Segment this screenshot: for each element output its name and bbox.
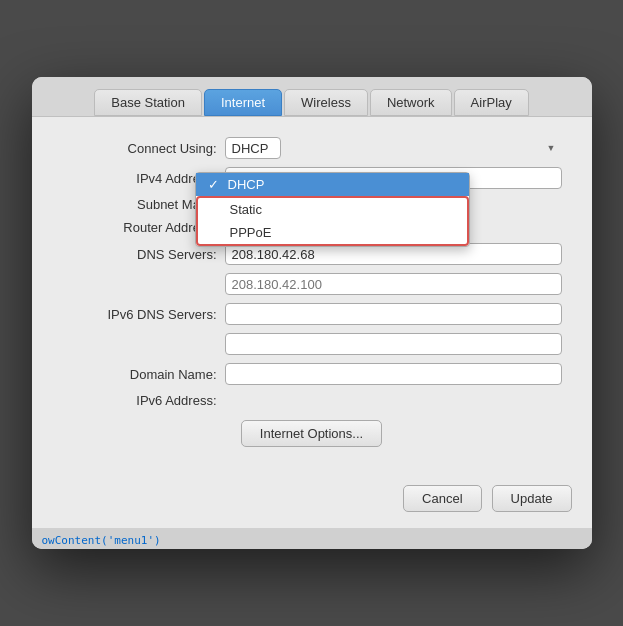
dns-servers-label: DNS Servers: — [62, 247, 217, 262]
bottom-bar: owContent('menu1') — [32, 528, 592, 549]
ipv6-dns-row-2 — [62, 333, 562, 355]
content-area: ✓ DHCP Static PPPoE Connect Using: — [32, 117, 592, 475]
connect-using-label: Connect Using: — [62, 141, 217, 156]
dropdown-item-static[interactable]: Static — [198, 198, 467, 221]
select-wrapper: DHCP Static PPPoE ▼ — [225, 137, 562, 159]
dropdown-pppoe-label: PPPoE — [230, 225, 272, 240]
tab-airplay[interactable]: AirPlay — [454, 89, 529, 116]
internet-options-row: Internet Options... — [62, 420, 562, 447]
dropdown-item-pppoe[interactable]: PPPoE — [198, 221, 467, 244]
dropdown-dhcp-label: DHCP — [228, 177, 265, 192]
dropdown-static-label: Static — [230, 202, 263, 217]
ipv6-dns-input-2[interactable] — [225, 333, 562, 355]
subnet-mask-label: Subnet Mask: — [62, 197, 217, 212]
dropdown-item-dhcp[interactable]: ✓ DHCP — [196, 173, 469, 196]
domain-name-row: Domain Name: — [62, 363, 562, 385]
update-button[interactable]: Update — [492, 485, 572, 512]
tab-network[interactable]: Network — [370, 89, 452, 116]
tab-bar: Base Station Internet Wireless Network A… — [32, 77, 592, 117]
connect-using-row: Connect Using: DHCP Static PPPoE ▼ — [62, 137, 562, 159]
dns-servers-input-2[interactable] — [225, 273, 562, 295]
ipv6-address-row: IPv6 Address: — [62, 393, 562, 408]
dropdown-box-highlighted: Static PPPoE — [196, 196, 469, 246]
domain-name-input[interactable] — [225, 363, 562, 385]
dropdown-menu: ✓ DHCP Static PPPoE — [195, 172, 470, 247]
dialog: Base Station Internet Wireless Network A… — [32, 77, 592, 549]
ipv6-dns-input-1[interactable] — [225, 303, 562, 325]
bottom-buttons: Cancel Update — [32, 475, 592, 528]
connect-using-select[interactable]: DHCP Static PPPoE — [225, 137, 281, 159]
domain-name-label: Domain Name: — [62, 367, 217, 382]
tab-base-station[interactable]: Base Station — [94, 89, 202, 116]
dns-servers-row-2 — [62, 273, 562, 295]
cancel-button[interactable]: Cancel — [403, 485, 481, 512]
tab-wireless[interactable]: Wireless — [284, 89, 368, 116]
router-address-label: Router Address: — [62, 220, 217, 235]
connect-using-dropdown[interactable]: ✓ DHCP Static PPPoE — [195, 172, 470, 247]
tab-internet[interactable]: Internet — [204, 89, 282, 116]
ipv6-dns-label: IPv6 DNS Servers: — [62, 307, 217, 322]
check-icon: ✓ — [208, 177, 222, 192]
bottom-bar-text: owContent('menu1') — [42, 534, 161, 547]
select-arrow-icon: ▼ — [547, 143, 556, 153]
ipv4-address-label: IPv4 Address: — [62, 171, 217, 186]
ipv6-dns-row-1: IPv6 DNS Servers: — [62, 303, 562, 325]
ipv6-address-label: IPv6 Address: — [62, 393, 217, 408]
internet-options-button[interactable]: Internet Options... — [241, 420, 382, 447]
